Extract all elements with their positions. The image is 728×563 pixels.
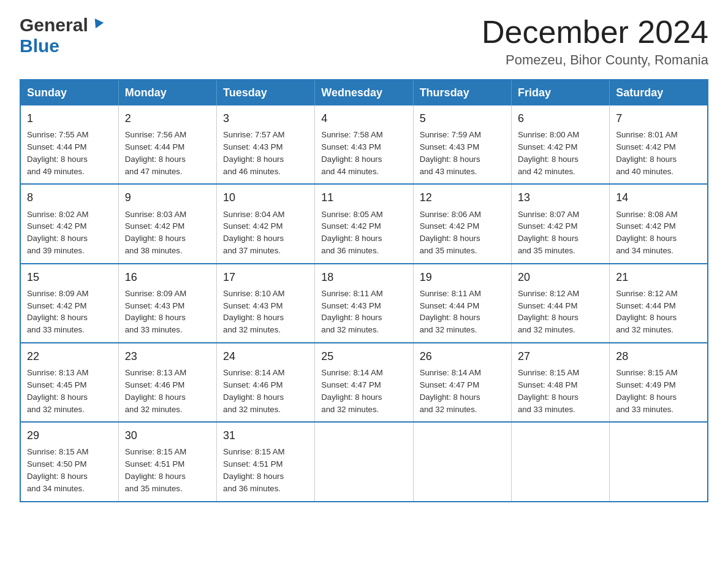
day-info: Sunrise: 8:06 AMSunset: 4:42 PMDaylight:… bbox=[420, 209, 505, 257]
day-info: Sunrise: 8:10 AMSunset: 4:43 PMDaylight:… bbox=[223, 288, 308, 336]
table-row: 25Sunrise: 8:14 AMSunset: 4:47 PMDayligh… bbox=[315, 343, 413, 422]
day-info: Sunrise: 8:12 AMSunset: 4:44 PMDaylight:… bbox=[518, 288, 603, 336]
day-number: 20 bbox=[518, 269, 603, 285]
table-row: 17Sunrise: 8:10 AMSunset: 4:43 PMDayligh… bbox=[217, 264, 315, 343]
table-row: 12Sunrise: 8:06 AMSunset: 4:42 PMDayligh… bbox=[413, 184, 511, 263]
day-number: 9 bbox=[125, 190, 210, 205]
day-info: Sunrise: 7:55 AMSunset: 4:44 PMDaylight:… bbox=[27, 129, 112, 177]
table-row: 26Sunrise: 8:14 AMSunset: 4:47 PMDayligh… bbox=[413, 343, 511, 422]
day-number: 6 bbox=[518, 110, 603, 126]
day-number: 28 bbox=[616, 348, 701, 364]
table-row: 2Sunrise: 7:56 AMSunset: 4:44 PMDaylight… bbox=[118, 105, 216, 184]
day-info: Sunrise: 8:13 AMSunset: 4:45 PMDaylight:… bbox=[27, 367, 112, 415]
day-info: Sunrise: 8:05 AMSunset: 4:42 PMDaylight:… bbox=[321, 209, 406, 257]
table-row: 9Sunrise: 8:03 AMSunset: 4:42 PMDaylight… bbox=[118, 184, 216, 263]
day-info: Sunrise: 8:12 AMSunset: 4:44 PMDaylight:… bbox=[616, 288, 701, 336]
calendar-week-4: 22Sunrise: 8:13 AMSunset: 4:45 PMDayligh… bbox=[20, 343, 708, 422]
day-number: 8 bbox=[27, 190, 112, 205]
day-number: 17 bbox=[223, 269, 308, 285]
table-row: 24Sunrise: 8:14 AMSunset: 4:46 PMDayligh… bbox=[217, 343, 315, 422]
svg-marker-0 bbox=[91, 18, 104, 30]
table-row: 16Sunrise: 8:09 AMSunset: 4:43 PMDayligh… bbox=[118, 264, 216, 343]
logo-blue-text: Blue bbox=[20, 36, 59, 56]
logo-general-text: General bbox=[20, 15, 88, 36]
col-friday: Friday bbox=[511, 80, 609, 105]
day-number: 10 bbox=[223, 190, 308, 205]
day-number: 30 bbox=[125, 427, 210, 443]
day-info: Sunrise: 8:14 AMSunset: 4:47 PMDaylight:… bbox=[420, 367, 505, 415]
day-info: Sunrise: 8:04 AMSunset: 4:42 PMDaylight:… bbox=[223, 209, 308, 257]
day-info: Sunrise: 8:02 AMSunset: 4:42 PMDaylight:… bbox=[27, 209, 112, 257]
day-info: Sunrise: 8:15 AMSunset: 4:49 PMDaylight:… bbox=[616, 367, 701, 415]
day-info: Sunrise: 7:56 AMSunset: 4:44 PMDaylight:… bbox=[125, 129, 210, 177]
day-info: Sunrise: 7:57 AMSunset: 4:43 PMDaylight:… bbox=[223, 129, 308, 177]
table-row bbox=[315, 422, 413, 501]
day-number: 5 bbox=[420, 110, 505, 126]
day-number: 11 bbox=[321, 190, 406, 205]
day-number: 13 bbox=[518, 190, 603, 205]
day-number: 16 bbox=[125, 269, 210, 285]
table-row: 3Sunrise: 7:57 AMSunset: 4:43 PMDaylight… bbox=[217, 105, 315, 184]
day-info: Sunrise: 8:14 AMSunset: 4:47 PMDaylight:… bbox=[321, 367, 406, 415]
col-saturday: Saturday bbox=[610, 80, 708, 105]
day-info: Sunrise: 8:11 AMSunset: 4:44 PMDaylight:… bbox=[420, 288, 505, 336]
day-number: 4 bbox=[321, 110, 406, 126]
table-row bbox=[511, 422, 609, 501]
table-row: 31Sunrise: 8:15 AMSunset: 4:51 PMDayligh… bbox=[217, 422, 315, 501]
table-row: 30Sunrise: 8:15 AMSunset: 4:51 PMDayligh… bbox=[118, 422, 216, 501]
col-wednesday: Wednesday bbox=[315, 80, 413, 105]
day-number: 19 bbox=[420, 269, 505, 285]
table-row: 23Sunrise: 8:13 AMSunset: 4:46 PMDayligh… bbox=[118, 343, 216, 422]
day-number: 24 bbox=[223, 348, 308, 364]
table-row: 21Sunrise: 8:12 AMSunset: 4:44 PMDayligh… bbox=[610, 264, 708, 343]
day-info: Sunrise: 8:15 AMSunset: 4:50 PMDaylight:… bbox=[27, 446, 112, 494]
table-row: 29Sunrise: 8:15 AMSunset: 4:50 PMDayligh… bbox=[20, 422, 118, 501]
day-number: 29 bbox=[27, 427, 112, 443]
day-number: 14 bbox=[616, 190, 701, 205]
page-header: General Blue December 2024 Pomezeu, Biho… bbox=[20, 15, 708, 68]
table-row: 28Sunrise: 8:15 AMSunset: 4:49 PMDayligh… bbox=[610, 343, 708, 422]
table-row: 1Sunrise: 7:55 AMSunset: 4:44 PMDaylight… bbox=[20, 105, 118, 184]
day-number: 12 bbox=[420, 190, 505, 205]
table-row: 13Sunrise: 8:07 AMSunset: 4:42 PMDayligh… bbox=[511, 184, 609, 263]
day-info: Sunrise: 8:15 AMSunset: 4:51 PMDaylight:… bbox=[223, 446, 308, 494]
table-row: 11Sunrise: 8:05 AMSunset: 4:42 PMDayligh… bbox=[315, 184, 413, 263]
col-sunday: Sunday bbox=[20, 80, 118, 105]
table-row: 14Sunrise: 8:08 AMSunset: 4:42 PMDayligh… bbox=[610, 184, 708, 263]
calendar-table: Sunday Monday Tuesday Wednesday Thursday… bbox=[20, 79, 708, 502]
table-row: 7Sunrise: 8:01 AMSunset: 4:42 PMDaylight… bbox=[610, 105, 708, 184]
day-number: 22 bbox=[27, 348, 112, 364]
day-info: Sunrise: 8:01 AMSunset: 4:42 PMDaylight:… bbox=[616, 129, 701, 177]
table-row: 22Sunrise: 8:13 AMSunset: 4:45 PMDayligh… bbox=[20, 343, 118, 422]
table-row: 19Sunrise: 8:11 AMSunset: 4:44 PMDayligh… bbox=[413, 264, 511, 343]
table-row: 6Sunrise: 8:00 AMSunset: 4:42 PMDaylight… bbox=[511, 105, 609, 184]
day-number: 23 bbox=[125, 348, 210, 364]
title-block: December 2024 Pomezeu, Bihor County, Rom… bbox=[482, 15, 708, 68]
day-info: Sunrise: 8:14 AMSunset: 4:46 PMDaylight:… bbox=[223, 367, 308, 415]
table-row: 10Sunrise: 8:04 AMSunset: 4:42 PMDayligh… bbox=[217, 184, 315, 263]
col-tuesday: Tuesday bbox=[217, 80, 315, 105]
calendar-header-row: Sunday Monday Tuesday Wednesday Thursday… bbox=[20, 80, 708, 105]
table-row: 27Sunrise: 8:15 AMSunset: 4:48 PMDayligh… bbox=[511, 343, 609, 422]
day-info: Sunrise: 8:09 AMSunset: 4:43 PMDaylight:… bbox=[125, 288, 210, 336]
day-info: Sunrise: 7:59 AMSunset: 4:43 PMDaylight:… bbox=[420, 129, 505, 177]
table-row: 8Sunrise: 8:02 AMSunset: 4:42 PMDaylight… bbox=[20, 184, 118, 263]
day-number: 25 bbox=[321, 348, 406, 364]
month-title: December 2024 bbox=[482, 15, 708, 50]
day-info: Sunrise: 8:11 AMSunset: 4:43 PMDaylight:… bbox=[321, 288, 406, 336]
day-info: Sunrise: 7:58 AMSunset: 4:43 PMDaylight:… bbox=[321, 129, 406, 177]
day-info: Sunrise: 8:08 AMSunset: 4:42 PMDaylight:… bbox=[616, 209, 701, 257]
table-row: 20Sunrise: 8:12 AMSunset: 4:44 PMDayligh… bbox=[511, 264, 609, 343]
table-row: 15Sunrise: 8:09 AMSunset: 4:42 PMDayligh… bbox=[20, 264, 118, 343]
day-number: 18 bbox=[321, 269, 406, 285]
day-info: Sunrise: 8:00 AMSunset: 4:42 PMDaylight:… bbox=[518, 129, 603, 177]
day-info: Sunrise: 8:15 AMSunset: 4:48 PMDaylight:… bbox=[518, 367, 603, 415]
table-row bbox=[413, 422, 511, 501]
day-number: 1 bbox=[27, 110, 112, 126]
calendar-week-1: 1Sunrise: 7:55 AMSunset: 4:44 PMDaylight… bbox=[20, 105, 708, 184]
day-number: 15 bbox=[27, 269, 112, 285]
logo-arrow-icon bbox=[91, 18, 104, 34]
day-number: 21 bbox=[616, 269, 701, 285]
col-monday: Monday bbox=[118, 80, 216, 105]
table-row bbox=[610, 422, 708, 501]
